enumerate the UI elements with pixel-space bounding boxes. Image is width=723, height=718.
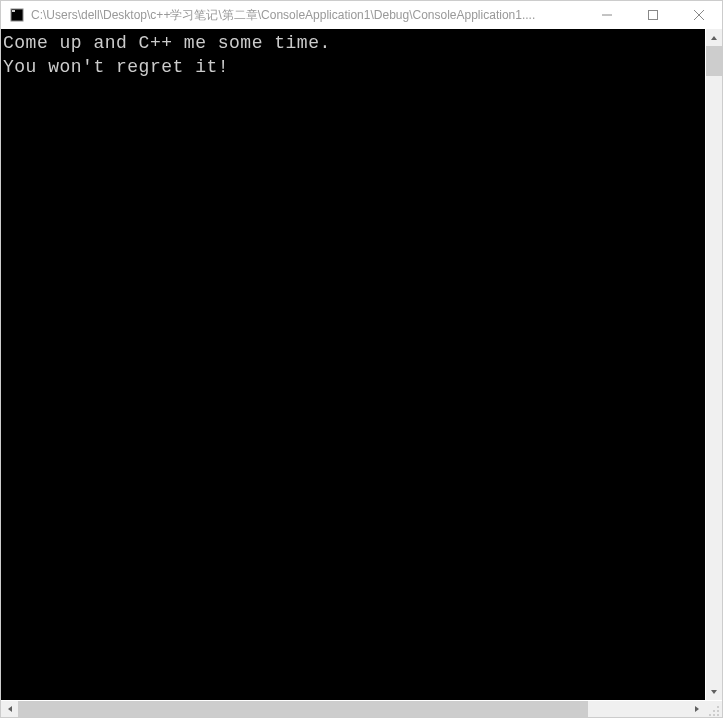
vertical-scrollbar[interactable] <box>705 29 722 700</box>
svg-marker-7 <box>711 690 717 694</box>
svg-point-13 <box>709 714 711 716</box>
horizontal-scroll-track[interactable] <box>18 701 688 717</box>
console-line: Come up and C++ me some time. <box>3 33 331 53</box>
app-icon <box>9 7 25 23</box>
window-title: C:\Users\dell\Desktop\c++学习笔记\第二章\Consol… <box>31 7 584 24</box>
titlebar[interactable]: C:\Users\dell\Desktop\c++学习笔记\第二章\Consol… <box>1 1 722 29</box>
scroll-left-button[interactable] <box>1 701 18 717</box>
scroll-up-button[interactable] <box>706 29 722 46</box>
svg-point-12 <box>717 710 719 712</box>
console-output[interactable]: Come up and C++ me some time. You won't … <box>1 29 705 700</box>
scroll-down-button[interactable] <box>706 683 722 700</box>
console-wrapper: Come up and C++ me some time. You won't … <box>1 29 722 700</box>
horizontal-scroll-thumb[interactable] <box>18 701 588 717</box>
svg-marker-9 <box>695 706 699 712</box>
svg-marker-6 <box>711 36 717 40</box>
svg-rect-1 <box>12 10 15 12</box>
svg-marker-8 <box>8 706 12 712</box>
console-window: C:\Users\dell\Desktop\c++学习笔记\第二章\Consol… <box>0 0 723 718</box>
scroll-right-button[interactable] <box>688 701 705 717</box>
console-line: You won't regret it! <box>3 57 229 77</box>
svg-rect-3 <box>649 11 658 20</box>
maximize-button[interactable] <box>630 1 676 29</box>
scrollbar-corner <box>705 701 722 717</box>
vertical-scroll-thumb[interactable] <box>706 46 722 76</box>
window-controls <box>584 1 722 29</box>
svg-point-14 <box>713 714 715 716</box>
horizontal-scrollbar[interactable] <box>1 700 722 717</box>
vertical-scroll-track[interactable] <box>706 46 722 683</box>
svg-point-10 <box>717 706 719 708</box>
svg-point-15 <box>717 714 719 716</box>
minimize-button[interactable] <box>584 1 630 29</box>
resize-grip-icon[interactable] <box>708 703 720 715</box>
svg-point-11 <box>713 710 715 712</box>
close-button[interactable] <box>676 1 722 29</box>
